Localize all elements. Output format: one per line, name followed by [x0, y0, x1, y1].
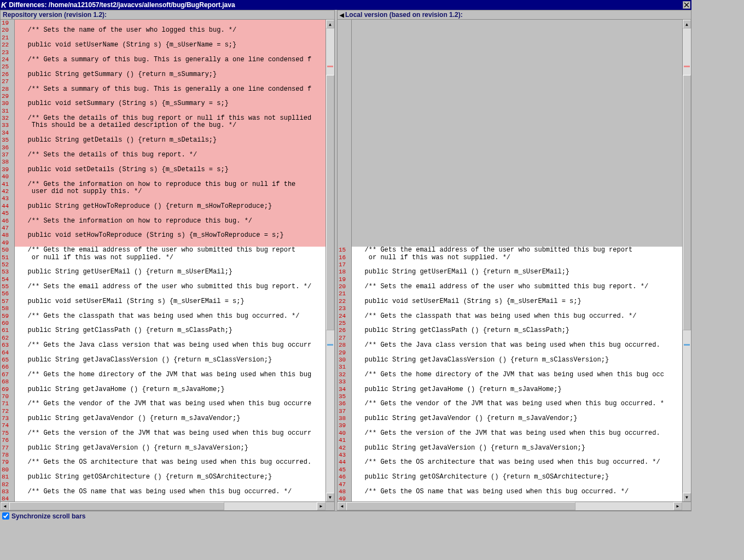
code-line[interactable]: /** Gets the OS architecture that was be…	[15, 459, 326, 466]
code-line[interactable]	[352, 210, 682, 217]
scroll-track-h[interactable]	[346, 502, 673, 510]
code-line[interactable]	[352, 34, 682, 42]
code-line[interactable]	[15, 481, 326, 488]
code-line[interactable]: public String getJavaVendor () {return m…	[352, 415, 682, 422]
code-line[interactable]	[352, 240, 682, 247]
code-line[interactable]: public String getJavaClassVersion () {re…	[15, 357, 326, 364]
code-line[interactable]	[352, 93, 682, 100]
code-line[interactable]	[352, 349, 682, 357]
scroll-track-h[interactable]	[9, 502, 317, 510]
code-line[interactable]: /** Gets the details of this bug report …	[15, 115, 326, 122]
code-line[interactable]	[352, 115, 682, 122]
scroll-right-button[interactable]: ▶	[673, 502, 682, 510]
code-line[interactable]	[352, 225, 682, 232]
code-line[interactable]: public String getDetails () {return m_sD…	[15, 137, 326, 144]
code-line[interactable]	[352, 335, 682, 342]
code-line[interactable]	[352, 364, 682, 371]
code-line[interactable]: /** Sets the details of this bug report.…	[15, 151, 326, 159]
code-line[interactable]	[352, 393, 682, 400]
scroll-up-button[interactable]: ▲	[326, 20, 334, 28]
code-line[interactable]: public String getJavaHome () {return m_s…	[352, 386, 682, 393]
code-line[interactable]	[352, 56, 682, 63]
code-line[interactable]	[15, 335, 326, 342]
right-code[interactable]: /** Gets the email address of the user w…	[352, 20, 682, 501]
code-line[interactable]: public void setDetails (String s) {m_sDe…	[15, 166, 326, 173]
code-line[interactable]	[15, 466, 326, 474]
code-line[interactable]: /** Gets the classpath that was being us…	[352, 313, 682, 320]
code-line[interactable]	[352, 63, 682, 71]
code-line[interactable]	[352, 232, 682, 239]
code-line[interactable]	[352, 27, 682, 34]
code-line[interactable]	[15, 20, 326, 27]
code-line[interactable]: public String getClassPath () {return m_…	[352, 327, 682, 334]
code-line[interactable]: public String getJavaVersion () {return …	[352, 445, 682, 452]
code-line[interactable]: /** Gets the home directory of the JVM t…	[15, 371, 326, 378]
code-line[interactable]	[352, 218, 682, 225]
code-line[interactable]: public String getOSArchitecture () {retu…	[352, 474, 682, 481]
code-line[interactable]	[352, 78, 682, 85]
code-line[interactable]	[15, 393, 326, 400]
code-line[interactable]	[352, 305, 682, 312]
sync-scroll-label[interactable]: Synchronize scroll bars	[11, 512, 85, 520]
code-line[interactable]: public void setUserName (String s) {m_sU…	[15, 42, 326, 49]
code-line[interactable]: user did not supply this. */	[15, 188, 326, 195]
code-line[interactable]	[352, 422, 682, 429]
code-line[interactable]	[15, 63, 326, 71]
code-line[interactable]	[15, 408, 326, 415]
right-scrollbar-vertical[interactable]: ▲ ▼	[682, 20, 691, 501]
code-line[interactable]	[15, 305, 326, 312]
code-line[interactable]	[352, 181, 682, 188]
code-line[interactable]	[352, 71, 682, 78]
code-line[interactable]	[352, 86, 682, 93]
code-line[interactable]	[352, 159, 682, 166]
code-line[interactable]	[15, 378, 326, 386]
titlebar[interactable]: K Differences: /home/na121057/test2/java…	[0, 0, 691, 10]
code-line[interactable]: public void setSummary (String s) {m_sSu…	[15, 100, 326, 107]
sync-scroll-checkbox[interactable]	[2, 512, 9, 520]
code-line[interactable]: /** Gets the Java class version that was…	[352, 342, 682, 349]
code-line[interactable]	[352, 481, 682, 488]
code-line[interactable]	[352, 122, 682, 129]
code-line[interactable]	[15, 78, 326, 85]
code-line[interactable]: /** Sets the email address of the user w…	[15, 283, 326, 290]
code-line[interactable]	[352, 466, 682, 474]
code-line[interactable]	[15, 437, 326, 444]
code-line[interactable]	[15, 93, 326, 100]
code-line[interactable]	[15, 452, 326, 459]
scroll-thumb-h[interactable]	[346, 502, 576, 510]
code-line[interactable]	[352, 144, 682, 151]
left-scrollbar-horizontal[interactable]: ◀ ▶	[1, 501, 334, 510]
code-line[interactable]	[352, 20, 682, 27]
code-line[interactable]	[352, 42, 682, 49]
code-line[interactable]	[352, 188, 682, 195]
code-line[interactable]: public String getUserEMail () {return m_…	[352, 269, 682, 276]
scroll-down-button[interactable]: ▼	[326, 493, 334, 501]
code-line[interactable]: /** Gets the email address of the user w…	[352, 247, 682, 254]
code-line[interactable]	[352, 100, 682, 107]
code-line[interactable]	[352, 203, 682, 210]
code-line[interactable]: /** Gets the OS name that was being used…	[15, 488, 326, 495]
code-line[interactable]: /** Gets the Java class version that was…	[15, 342, 326, 349]
scroll-left-button[interactable]: ◀	[338, 502, 346, 510]
code-line[interactable]	[15, 240, 326, 247]
code-line[interactable]	[15, 195, 326, 202]
code-line[interactable]: /** Sets the email address of the user w…	[352, 283, 682, 290]
code-line[interactable]	[15, 173, 326, 180]
code-line[interactable]	[15, 320, 326, 327]
code-line[interactable]	[15, 349, 326, 357]
code-line[interactable]	[352, 261, 682, 269]
code-line[interactable]: /** Gets the home directory of the JVM t…	[352, 371, 682, 378]
code-line[interactable]	[352, 49, 682, 56]
code-line[interactable]: /** Gets the classpath that was being us…	[15, 313, 326, 320]
code-line[interactable]	[15, 144, 326, 151]
code-line[interactable]: public String getJavaVersion () {return …	[15, 445, 326, 452]
code-line[interactable]	[352, 378, 682, 386]
code-line[interactable]	[15, 34, 326, 42]
code-line[interactable]: This should be a detailed description of…	[15, 122, 326, 129]
code-line[interactable]: public String getJavaVendor () {return m…	[15, 415, 326, 422]
code-line[interactable]	[352, 108, 682, 115]
scroll-track[interactable]	[683, 28, 691, 493]
code-line[interactable]	[352, 173, 682, 180]
code-line[interactable]: /** Gets the information on how to repro…	[15, 181, 326, 188]
scroll-thumb-h[interactable]	[9, 502, 224, 510]
